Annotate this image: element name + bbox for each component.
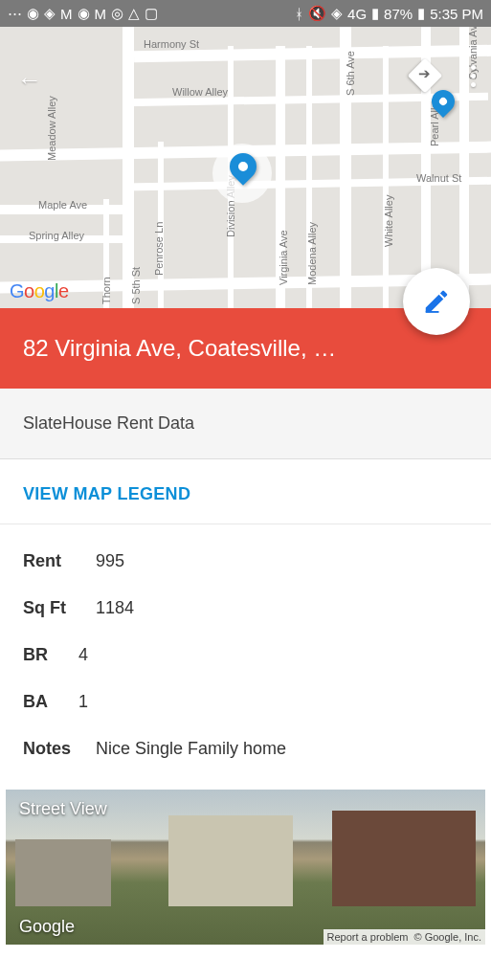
detail-row-br: BR 4	[23, 632, 468, 679]
detail-label: Notes	[23, 739, 96, 759]
sv-building	[168, 815, 293, 906]
status-icons-right: ᚼ 🔇 ◈ 4G ▮ 87% ▮ 5:35 PM	[295, 5, 483, 22]
android-status-bar: ⋯ ◉ ◈ M ◉ M ◎ △ ▢ ᚼ 🔇 ◈ 4G ▮ 87% ▮ 5:35 …	[0, 0, 491, 27]
street-label: Walnut St	[416, 172, 461, 184]
street-label: Maple Ave	[38, 199, 87, 211]
google-logo: Google	[10, 280, 69, 302]
street-label: White Alley	[383, 195, 394, 247]
detail-label: BR	[23, 645, 78, 665]
drive-icon: △	[128, 5, 140, 22]
street-label: Thorn	[100, 277, 112, 304]
view-map-legend-link[interactable]: VIEW MAP LEGEND	[0, 459, 491, 524]
detail-row-notes: Notes Nice Single Family home	[23, 725, 468, 772]
detail-label: Rent	[23, 551, 96, 571]
street-label: Willow Alley	[172, 86, 228, 98]
map-view[interactable]: Harmony St Willow Alley Walnut St Maple …	[0, 27, 491, 308]
detail-row-rent: Rent 995	[23, 538, 468, 585]
map-road	[383, 46, 389, 308]
chat-icon: ◈	[44, 5, 56, 22]
battery-icon: ▮	[417, 5, 425, 22]
google-logo: Google	[19, 917, 75, 937]
nfc-icon: ▢	[145, 5, 158, 22]
sv-building	[15, 839, 111, 906]
sync-icon: ◎	[111, 5, 123, 22]
detail-value: 4	[78, 645, 88, 665]
sv-building	[332, 811, 476, 906]
gmail2-icon: M	[95, 6, 107, 22]
street-label: S 5th St	[130, 267, 142, 304]
more-icon: ⋯	[8, 5, 22, 22]
detail-label: BA	[23, 692, 78, 712]
subtitle-section: SlateHouse Rent Data	[0, 389, 491, 459]
signal-icon: ▮	[371, 5, 379, 22]
bluetooth-icon: ᚼ	[295, 6, 303, 22]
svg-rect-0	[426, 311, 439, 313]
street-label: Spring Alley	[29, 230, 84, 241]
detail-row-sqft: Sq Ft 1184	[23, 585, 468, 632]
detail-value: Nice Single Family home	[96, 739, 286, 759]
street-label: Meadow Alley	[46, 96, 57, 161]
gmail-icon: M	[60, 6, 73, 22]
detail-label: Sq Ft	[23, 598, 96, 618]
messenger-icon: ◉	[78, 5, 90, 22]
report-problem-link[interactable]: Report a problem	[327, 931, 409, 943]
detail-value: 1	[78, 692, 88, 712]
street-view-credits: Report a problem © Google, Inc.	[324, 929, 485, 945]
pencil-icon	[422, 287, 451, 316]
directions-icon[interactable]	[408, 58, 443, 94]
street-label: Virginia Ave	[278, 230, 289, 285]
whatsapp-icon: ◉	[27, 5, 39, 22]
detail-row-ba: BA 1	[23, 679, 468, 725]
copyright-text: © Google, Inc.	[414, 931, 481, 943]
street-label: Penrose Ln	[153, 222, 165, 276]
status-icons-left: ⋯ ◉ ◈ M ◉ M ◎ △ ▢	[8, 5, 158, 22]
overflow-menu-icon[interactable]	[471, 65, 476, 87]
street-label: Modena Alley	[306, 222, 318, 285]
property-details: Rent 995 Sq Ft 1184 BR 4 BA 1 Notes Nice…	[0, 524, 491, 790]
street-view-panel[interactable]: Street View Google Report a problem © Go…	[6, 790, 485, 945]
wifi-icon: ◈	[331, 5, 343, 22]
back-arrow-icon[interactable]: ←	[17, 65, 42, 95]
edit-fab[interactable]	[403, 268, 470, 335]
street-label: Harmony St	[144, 38, 199, 50]
detail-value: 995	[96, 551, 124, 571]
time-label: 5:35 PM	[430, 6, 483, 22]
street-label: S 6th Ave	[345, 51, 356, 96]
detail-value: 1184	[96, 598, 134, 618]
network-label: 4G	[347, 6, 367, 22]
battery-label: 87%	[384, 6, 413, 22]
mute-icon: 🔇	[308, 5, 326, 22]
street-view-label: Street View	[19, 799, 107, 819]
